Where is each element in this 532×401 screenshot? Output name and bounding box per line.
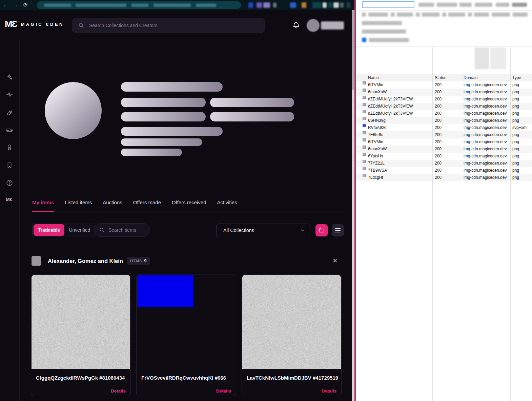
network-request-row[interactable]: dZEdtMUofyH2kT3VfEW 200 img-cdn.magicede… bbox=[356, 110, 532, 117]
folder-view-button[interactable] bbox=[315, 224, 328, 236]
timeline-preview-block bbox=[490, 47, 506, 69]
network-request-row[interactable]: 6tTVMin 200 img-cdn.magiceden.dev png bbox=[356, 81, 532, 89]
magic-eden-mini-logo-icon[interactable]: MƐ bbox=[6, 197, 14, 205]
network-request-row[interactable]: 6muxXaW 200 img-cdn.magiceden.dev png bbox=[356, 89, 532, 96]
column-separator[interactable] bbox=[510, 47, 511, 401]
blurred-text bbox=[475, 3, 492, 7]
blurred-url-text bbox=[196, 4, 216, 7]
sparkles-icon[interactable] bbox=[6, 73, 14, 81]
logo[interactable]: MƐ MAGIC ƐDEN bbox=[5, 19, 64, 30]
column-header-type[interactable]: Type bbox=[512, 74, 521, 81]
user-avatar[interactable] bbox=[307, 19, 320, 32]
request-type: png bbox=[512, 153, 519, 160]
network-request-row[interactable]: 6SHN39g 200 img-cdn.magiceden.dev png bbox=[356, 117, 532, 124]
blurred-text bbox=[448, 13, 465, 17]
list-view-button[interactable] bbox=[332, 224, 344, 236]
nft-card[interactable]: CtggqQZzgckdlRWsPgGk #81080434 Details bbox=[31, 274, 131, 396]
file-type-icon bbox=[363, 146, 366, 149]
column-separator[interactable] bbox=[461, 47, 461, 401]
blurred-blue-icon bbox=[362, 38, 366, 42]
request-type: png bbox=[512, 110, 519, 117]
file-type-icon bbox=[363, 153, 366, 156]
nft-card[interactable]: FrVOSvevilRDRqCwvuvhhqKl #666 Details bbox=[136, 274, 236, 396]
column-header-domain[interactable]: Domain bbox=[464, 74, 477, 81]
request-name: 77YZ21L bbox=[368, 160, 385, 167]
items-count-badge: ITEMS 9 bbox=[127, 257, 150, 265]
blurred-extension-icon bbox=[328, 2, 332, 8]
blurred-text bbox=[362, 30, 406, 34]
request-status: 200 bbox=[435, 174, 442, 181]
network-request-row[interactable]: 7LdcgHt 200 img-cdn.magiceden.dev png bbox=[356, 174, 532, 181]
skeleton-bar bbox=[121, 149, 182, 156]
file-type-icon bbox=[363, 138, 366, 141]
search-items[interactable] bbox=[94, 223, 150, 237]
rocket-icon[interactable] bbox=[6, 109, 14, 117]
request-domain: img-cdn.magiceden.dev bbox=[464, 81, 507, 89]
column-header-name[interactable]: Name bbox=[368, 74, 379, 81]
network-request-row[interactable]: 7E65r9c 200 img-cdn.magiceden.dev png bbox=[356, 131, 532, 138]
folder-icon bbox=[319, 227, 325, 233]
nft-details-link[interactable]: Details bbox=[216, 388, 231, 394]
items-label: ITEMS bbox=[130, 259, 142, 263]
notifications-bell-icon[interactable] bbox=[292, 21, 300, 30]
browser-url-bar[interactable] bbox=[37, 1, 241, 9]
blurred-text bbox=[512, 3, 527, 7]
scrollbar-thumb[interactable] bbox=[352, 10, 354, 90]
collection-close-icon[interactable]: ✕ bbox=[332, 256, 338, 266]
tab-offers-made[interactable]: Offers made bbox=[133, 199, 161, 212]
network-request-row[interactable]: RVfoA926 200 img-cdn.magiceden.dev svg+x… bbox=[356, 124, 532, 131]
help-icon[interactable] bbox=[6, 179, 14, 187]
network-request-row[interactable]: 77YZ21L 200 img-cdn.magiceden.dev png bbox=[356, 160, 532, 167]
collections-dropdown[interactable]: All Collections bbox=[216, 224, 310, 237]
request-status: 200 bbox=[435, 81, 442, 89]
profile-tabs: My items Listed items Auctions Offers ma… bbox=[32, 199, 344, 212]
tab-activities[interactable]: Activities bbox=[217, 199, 237, 212]
network-request-row[interactable]: dZEdtMUofyH2kT3VfEW 200 img-cdn.magicede… bbox=[356, 96, 532, 103]
devtools-panel: Name Status Domain Type 6tTVMin 200 img-… bbox=[356, 0, 532, 401]
file-type-icon bbox=[363, 89, 366, 92]
blurred-extension-icon bbox=[248, 2, 253, 8]
request-domain: img-cdn.magiceden.dev bbox=[464, 96, 507, 103]
nft-image-noise bbox=[32, 275, 130, 369]
blurred-extension-icon bbox=[257, 2, 262, 8]
blurred-text bbox=[362, 21, 402, 25]
request-domain: img-cdn.magiceden.dev bbox=[464, 153, 507, 160]
search-items-input[interactable] bbox=[108, 227, 146, 233]
network-request-row[interactable]: 6YptsHx 200 img-cdn.magiceden.dev png bbox=[356, 153, 532, 160]
blurred-extension-icon bbox=[273, 3, 277, 7]
search-input[interactable] bbox=[88, 22, 252, 28]
network-request-row[interactable]: 7TB9WSA 200 img-cdn.magiceden.dev png bbox=[356, 167, 532, 174]
collection-name[interactable]: Alexander, Gomez and Klein bbox=[48, 256, 123, 266]
request-status: 200 bbox=[435, 160, 442, 167]
request-name: 6YptsHx bbox=[368, 153, 383, 160]
column-separator[interactable] bbox=[432, 47, 433, 401]
network-request-row[interactable]: 6tTVMin 200 img-cdn.magiceden.dev png bbox=[356, 138, 532, 146]
back-icon[interactable]: ← bbox=[2, 1, 9, 9]
global-search[interactable] bbox=[72, 18, 265, 33]
tab-listed-items[interactable]: Listed items bbox=[65, 199, 92, 212]
rewards-medal-icon[interactable] bbox=[6, 144, 14, 152]
tab-offers-received[interactable]: Offers received bbox=[172, 199, 206, 212]
blurred-checkbox bbox=[468, 13, 472, 17]
collections-dropdown-value: All Collections bbox=[223, 228, 254, 233]
forward-icon[interactable]: → bbox=[12, 1, 19, 9]
network-request-row[interactable]: dZEdtMUofyH2kT3VfEW 200 img-cdn.magicede… bbox=[356, 103, 532, 110]
request-status: 200 bbox=[435, 117, 442, 124]
column-header-status[interactable]: Status bbox=[435, 74, 446, 81]
network-filter-input[interactable] bbox=[362, 1, 414, 8]
browser-scrollbar[interactable] bbox=[352, 10, 354, 401]
bookmark-icon[interactable] bbox=[6, 161, 14, 170]
nft-details-link[interactable]: Details bbox=[111, 388, 126, 394]
nft-details-link[interactable]: Details bbox=[322, 388, 336, 394]
blurred-extension-icon bbox=[290, 2, 296, 8]
network-request-row[interactable]: 6muxXaW 200 img-cdn.magiceden.dev png bbox=[356, 146, 532, 153]
request-name: dZEdtMUofyH2kT3VfEW bbox=[368, 96, 413, 103]
activity-icon[interactable] bbox=[6, 91, 14, 99]
unverified-filter-button[interactable]: Unverified bbox=[64, 224, 95, 236]
gamepad-icon[interactable] bbox=[6, 127, 14, 135]
tab-auctions[interactable]: Auctions bbox=[103, 199, 122, 212]
reload-icon[interactable]: ⟳ bbox=[22, 1, 29, 9]
nft-card[interactable]: LavTCkNfwLSbMimDDJBV #41729519 Details bbox=[242, 274, 342, 396]
tradeable-filter-button[interactable]: Tradeable bbox=[34, 224, 64, 236]
tab-my-items[interactable]: My items bbox=[32, 199, 54, 212]
